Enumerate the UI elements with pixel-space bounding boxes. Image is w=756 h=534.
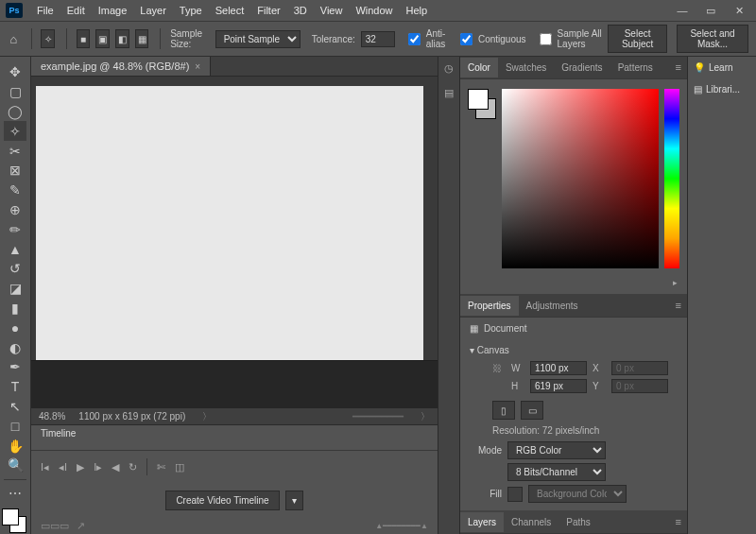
menu-layer[interactable]: Layer	[133, 5, 173, 16]
menu-view[interactable]: View	[314, 5, 350, 16]
contiguous-checkbox[interactable]: Contiguous	[456, 30, 526, 48]
canvas-section-label[interactable]: Canvas	[477, 345, 509, 355]
menu-3d[interactable]: 3D	[287, 5, 314, 16]
tab-layers[interactable]: Layers	[460, 512, 504, 532]
marquee-tool[interactable]: ▢	[4, 82, 26, 102]
magic-wand-tool[interactable]: ✧	[4, 121, 26, 141]
color-swatches[interactable]	[0, 508, 26, 533]
width-input[interactable]	[530, 361, 587, 375]
eyedropper-tool[interactable]: ✎	[4, 181, 26, 200]
timeline-mute-icon[interactable]: ◀	[112, 461, 119, 474]
hue-slider[interactable]	[664, 89, 679, 268]
timeline-first-frame-icon[interactable]: I◂	[41, 461, 49, 474]
dodge-tool[interactable]: ◐	[4, 337, 26, 357]
rectangle-tool[interactable]: □	[4, 416, 26, 436]
color-panel-menu-icon[interactable]: ≡	[676, 61, 687, 73]
scroll-right-icon[interactable]: 〉	[421, 410, 430, 423]
close-button[interactable]: ✕	[731, 5, 747, 17]
tab-patterns[interactable]: Patterns	[610, 58, 661, 78]
color-slider-arrow-icon[interactable]: ▸	[673, 278, 678, 287]
status-disclosure-icon[interactable]: 〉	[202, 410, 212, 423]
color-picker-field[interactable]	[502, 89, 659, 268]
menu-select[interactable]: Select	[209, 5, 251, 16]
timeline-transition-icon[interactable]: ◫	[175, 461, 184, 474]
tab-swatches[interactable]: Swatches	[498, 58, 554, 78]
link-icon[interactable]: ⛓	[492, 363, 502, 373]
libraries-panel-button[interactable]: ▤ Librari...	[688, 78, 756, 100]
selection-add-icon[interactable]: ▣	[95, 29, 110, 48]
fill-select[interactable]: Background Color	[528, 485, 627, 503]
eraser-tool[interactable]: ◪	[4, 279, 26, 299]
timeline-frames-icon[interactable]: ▭▭▭	[41, 520, 69, 532]
tab-color[interactable]: Color	[460, 58, 498, 78]
menu-window[interactable]: Window	[349, 5, 399, 16]
canvas[interactable]	[36, 86, 423, 360]
selection-intersect-icon[interactable]: ▦	[135, 29, 149, 48]
menu-filter[interactable]: Filter	[250, 5, 286, 16]
landscape-orientation-icon[interactable]: ▭	[521, 401, 543, 420]
path-selection-tool[interactable]: ↖	[4, 397, 26, 417]
menu-edit[interactable]: Edit	[60, 5, 92, 16]
document-tab[interactable]: example.jpg @ 48.8% (RGB/8#) ×	[31, 57, 211, 76]
blur-tool[interactable]: ●	[4, 318, 26, 337]
home-icon[interactable]: ⌂	[8, 30, 20, 47]
fg-color-chip[interactable]	[468, 89, 489, 110]
lasso-tool[interactable]: ◯	[4, 102, 26, 122]
gradient-tool[interactable]: ▮	[4, 299, 26, 319]
doc-dims-readout[interactable]: 1100 px x 619 px (72 ppi)	[78, 411, 185, 422]
properties-panel-menu-icon[interactable]: ≡	[676, 300, 687, 311]
brush-tool[interactable]: ✏	[4, 219, 26, 239]
timeline-loop-icon[interactable]: ↻	[129, 461, 137, 474]
create-video-timeline-dropdown[interactable]: ▾	[285, 491, 303, 510]
zoom-readout[interactable]: 48.8%	[39, 411, 65, 422]
timeline-play-icon[interactable]: ▶	[77, 461, 84, 474]
sample-size-select[interactable]: Point Sample	[215, 30, 301, 48]
scrollbar-h[interactable]: ━━━━━━━━━	[352, 411, 404, 422]
timeline-prev-frame-icon[interactable]: ◂I	[59, 461, 67, 474]
tab-gradients[interactable]: Gradients	[554, 58, 610, 78]
select-and-mask-button[interactable]: Select and Mask...	[677, 25, 748, 53]
tab-adjustments[interactable]: Adjustments	[519, 296, 586, 316]
antialias-checkbox[interactable]: Anti-alias	[404, 28, 447, 49]
tab-properties[interactable]: Properties	[460, 296, 519, 316]
menu-type[interactable]: Type	[173, 5, 209, 16]
type-tool[interactable]: T	[4, 377, 26, 397]
frame-tool[interactable]: ⊠	[4, 161, 26, 181]
timeline-split-icon[interactable]: ✄	[157, 461, 165, 474]
magic-wand-tool-icon[interactable]: ✧	[41, 29, 55, 48]
tolerance-input[interactable]	[361, 31, 395, 47]
actions-panel-icon[interactable]: ▤	[441, 87, 456, 102]
crop-tool[interactable]: ✂	[4, 141, 26, 161]
sample-all-layers-checkbox[interactable]: Sample All Layers	[536, 28, 605, 49]
move-tool[interactable]: ✥	[4, 62, 26, 82]
fill-color-swatch[interactable]	[507, 487, 523, 502]
edit-toolbar[interactable]: ⋯	[4, 484, 26, 504]
close-tab-icon[interactable]: ×	[195, 61, 200, 72]
canvas-area[interactable]	[31, 77, 438, 360]
create-video-timeline-button[interactable]: Create Video Timeline	[165, 491, 279, 510]
layers-panel-menu-icon[interactable]: ≡	[676, 516, 687, 527]
history-panel-icon[interactable]: ◷	[441, 62, 456, 78]
timeline-render-icon[interactable]: ↗	[77, 520, 85, 532]
maximize-button[interactable]: ▭	[703, 5, 718, 17]
foreground-color-swatch[interactable]	[2, 508, 19, 525]
bit-depth-select[interactable]: 8 Bits/Channel	[507, 463, 606, 481]
hand-tool[interactable]: ✋	[4, 436, 26, 456]
height-input[interactable]	[530, 379, 587, 393]
color-fgbg[interactable]	[468, 89, 496, 274]
tab-paths[interactable]: Paths	[558, 512, 598, 532]
timeline-next-frame-icon[interactable]: I▸	[94, 461, 102, 474]
tab-channels[interactable]: Channels	[504, 512, 558, 532]
portrait-orientation-icon[interactable]: ▯	[492, 401, 515, 420]
menu-file[interactable]: File	[30, 5, 60, 16]
pen-tool[interactable]: ✒	[4, 357, 26, 377]
history-brush-tool[interactable]: ↺	[4, 259, 26, 279]
minimize-button[interactable]: —	[675, 5, 690, 17]
selection-new-icon[interactable]: ■	[77, 29, 91, 48]
timeline-zoom-slider[interactable]: ▲━━━━━━━━▲	[375, 522, 428, 530]
menu-image[interactable]: Image	[92, 5, 134, 16]
learn-panel-button[interactable]: 💡 Learn	[688, 57, 756, 78]
select-subject-button[interactable]: Select Subject	[608, 25, 667, 53]
menu-help[interactable]: Help	[400, 5, 435, 16]
healing-brush-tool[interactable]: ⊕	[4, 200, 26, 220]
